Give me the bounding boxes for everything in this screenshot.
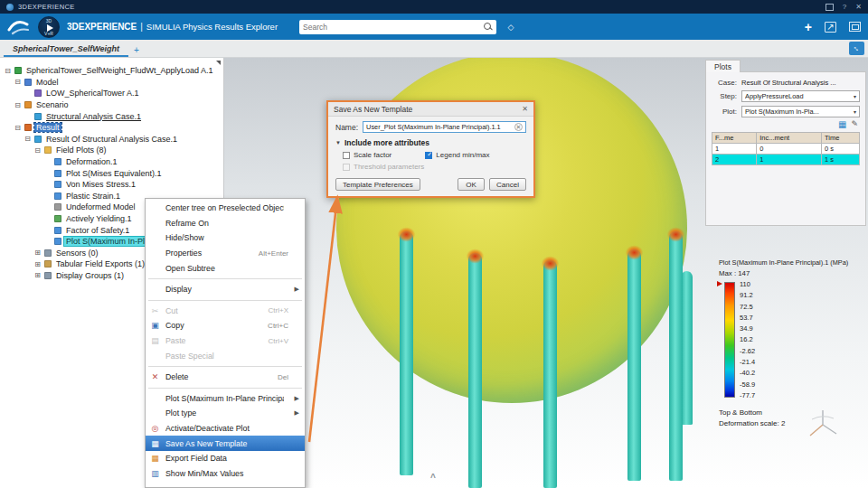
stress-hotspot (539, 254, 561, 273)
tree-item[interactable]: ⊟ Model (0, 77, 223, 89)
tree-expander-icon[interactable]: ⊟ (4, 67, 12, 75)
dialog-close-icon[interactable]: ✕ (522, 105, 528, 113)
column-header-frame[interactable]: F...me (712, 133, 757, 144)
step-dropdown[interactable]: ApplyPressureLoad ▾ (741, 90, 860, 102)
context-menu-item[interactable] (146, 297, 305, 304)
context-menu-item[interactable] (146, 385, 305, 391)
checkbox-label: Scale factor (354, 151, 392, 159)
tree-node-icon (54, 192, 61, 200)
apps-window-icon[interactable] (849, 22, 861, 32)
frame-row[interactable]: 2 1 1 s (712, 155, 860, 165)
context-menu-item[interactable]: Center tree on Preselected Objects (146, 201, 305, 216)
expand-viewport-button[interactable]: ↔ (849, 42, 864, 55)
search-input[interactable] (303, 23, 483, 32)
tree-expander-icon[interactable]: ⊞ (33, 271, 42, 279)
frame-row[interactable]: 1 0 0 s (712, 144, 860, 155)
brand-separator: | (140, 22, 143, 32)
context-menu-item[interactable]: Open Subtree (146, 260, 305, 276)
menu-item-label: Properties (165, 249, 254, 258)
context-menu-item[interactable]: ▦ Save As New Template (146, 436, 305, 451)
context-menu-item[interactable]: Display ▶ (146, 282, 305, 297)
dialog-title-bar[interactable]: Save As New Template ✕ (328, 102, 533, 117)
tree-expander-icon[interactable]: ⊞ (33, 249, 42, 257)
search-icon[interactable] (483, 22, 493, 32)
app-header: 3D V+R 3DEXPERIENCE | SIMULIA Physics Re… (0, 14, 868, 40)
menu-item-label: Delete (165, 372, 273, 381)
tree-expander-icon[interactable]: ⊟ (24, 135, 32, 143)
tree-item[interactable]: ⊟ Result (0, 122, 223, 134)
tree-item[interactable]: ⊟ Scenario (0, 99, 223, 111)
tag-navigator-icon[interactable]: ◇ (504, 20, 518, 34)
context-menu-item[interactable]: ▣ Copy Ctrl+C (146, 318, 305, 333)
tree-item[interactable]: LOW_SphericalTower A.1 (0, 88, 223, 99)
checkbox-option[interactable]: Legend min/max (425, 151, 526, 159)
section-collapse-icon[interactable]: ▼ (335, 140, 341, 145)
close-icon[interactable]: ✕ (855, 3, 862, 11)
panel-collapse-icon[interactable] (216, 61, 221, 65)
context-menu-item[interactable]: Paste Special (146, 348, 305, 363)
plots-panel-title[interactable]: Plots (705, 60, 741, 72)
context-menu-item[interactable] (146, 276, 305, 282)
template-name-input[interactable] (366, 123, 513, 131)
ok-button[interactable]: OK (458, 178, 485, 191)
case-label: Case: (712, 79, 737, 87)
column-header-time[interactable]: Time (821, 133, 859, 144)
tree-expander-icon[interactable]: ⊟ (14, 78, 22, 86)
add-tab-button[interactable]: + (128, 45, 145, 57)
column-header-increment[interactable]: Inc...ment (757, 133, 822, 144)
tree-expander-icon[interactable]: ⊞ (33, 260, 42, 268)
global-search-bar[interactable] (299, 20, 496, 34)
help-icon[interactable]: ? (843, 3, 846, 11)
tree-expander-icon[interactable]: ⊟ (14, 101, 22, 109)
template-preferences-button[interactable]: Template Preferences (335, 178, 420, 191)
clear-field-icon[interactable]: ✕ (514, 123, 523, 131)
context-menu-item[interactable]: ▤ Paste Ctrl+V (146, 333, 305, 349)
context-menu-item[interactable]: ◎ Activate/Deactivate Plot (146, 421, 305, 436)
tab-spherical-tower[interactable]: SphericalTower_SelfWeight (4, 42, 128, 57)
window-restore-icon[interactable] (826, 4, 834, 11)
context-menu-item[interactable]: ▦ Export Field Data (146, 451, 305, 466)
cancel-button[interactable]: Cancel (489, 178, 526, 191)
checkbox[interactable] (425, 152, 432, 159)
tree-item[interactable]: Deformation.1 (0, 156, 223, 168)
share-icon[interactable]: ↗ (825, 22, 836, 33)
include-attributes-section[interactable]: ▼ Include more attributes (335, 138, 526, 147)
bottom-bar-expand-icon[interactable]: ^ (430, 473, 436, 483)
step-label: Step: (712, 92, 737, 100)
plot-dropdown-value: Plot S(Maximum In-Pla... (745, 108, 851, 116)
tree-item[interactable]: ⊟ SphericalTower_SelfWeight_FludWt_Apply… (0, 65, 223, 77)
checkbox-option[interactable]: Threshold parameters (343, 163, 526, 171)
context-menu-item[interactable]: Hide/Show (146, 230, 305, 246)
context-menu-item[interactable]: ▥ Show Min/Max Values (146, 466, 305, 482)
menu-item-icon: ▦ (149, 439, 161, 448)
tree-node-icon (24, 124, 32, 131)
legend-max-value: Max : 147 (719, 269, 868, 277)
plot-label: Plot: (712, 108, 737, 116)
legend-tick-labels: 11091.272.553.734.916.2-2.62-21.4-40.2-5… (740, 280, 755, 399)
context-menu-item[interactable]: Plot S(Maximum In-Plane Principal).1 obj… (146, 391, 305, 407)
3dexperience-compass-button[interactable]: 3D V+R (38, 16, 60, 38)
tree-item[interactable]: Von Mises Stress.1 (0, 179, 223, 191)
context-menu-item[interactable]: Properties Alt+Enter (146, 246, 305, 261)
checkbox-option[interactable]: Scale factor (343, 151, 425, 159)
menu-item-label: Activate/Deactivate Plot (165, 424, 284, 433)
context-menu-item[interactable] (146, 363, 305, 370)
context-menu-item[interactable]: ✕ Delete Del (146, 370, 305, 385)
context-menu-item[interactable]: Reframe On (146, 216, 305, 231)
checkbox[interactable] (343, 152, 350, 159)
tree-item[interactable]: Plot S(Mises Equivalent).1 (0, 167, 223, 179)
tree-item[interactable]: Structural Analysis Case.1 (0, 110, 223, 122)
tree-expander-icon[interactable]: ⊟ (33, 146, 42, 155)
template-name-field[interactable]: ✕ (363, 121, 526, 133)
frames-table-icon[interactable]: ▦ (838, 120, 846, 129)
add-content-button[interactable]: + (805, 21, 812, 33)
tree-expander-icon[interactable]: ⊟ (14, 124, 22, 132)
checkbox[interactable] (343, 164, 350, 171)
plot-dropdown[interactable]: Plot S(Maximum In-Pla... ▾ (741, 106, 860, 117)
legend-color-bar[interactable] (724, 282, 735, 398)
context-menu-item[interactable]: ✂ Cut Ctrl+X (146, 304, 305, 319)
tree-item[interactable]: ⊟ Result Of Structural Analysis Case.1 (0, 134, 223, 145)
tree-item[interactable]: ⊟ Field Plots (8) (0, 145, 223, 156)
context-menu-item[interactable]: Plot type ▶ (146, 406, 305, 421)
edit-plot-icon[interactable]: ✎ (851, 120, 858, 129)
